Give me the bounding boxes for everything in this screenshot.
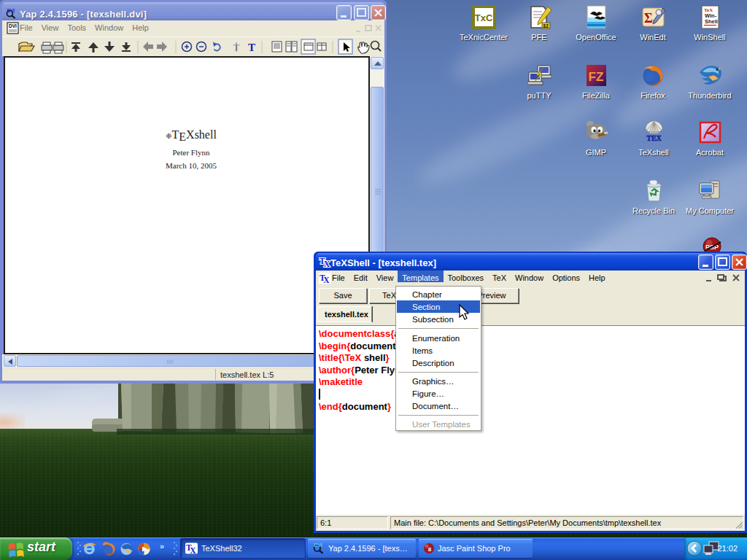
svg-text:X: X	[323, 276, 330, 284]
svg-text:TEX: TEX	[646, 134, 662, 142]
svg-text:Σ: Σ	[644, 11, 653, 26]
svg-text:FZ: FZ	[588, 70, 603, 84]
svg-text:8: 8	[428, 546, 432, 553]
svg-text:DVI: DVI	[314, 542, 322, 548]
svg-text:X: X	[324, 259, 330, 268]
svg-text:32: 32	[543, 23, 549, 28]
svg-text:DVI: DVI	[9, 23, 17, 28]
svg-text:DVI: DVI	[7, 8, 15, 13]
svg-text:TxC: TxC	[474, 12, 492, 23]
svg-text:X: X	[190, 546, 196, 554]
svg-text:T: T	[248, 42, 255, 53]
svg-text:Shell: Shell	[705, 18, 718, 25]
